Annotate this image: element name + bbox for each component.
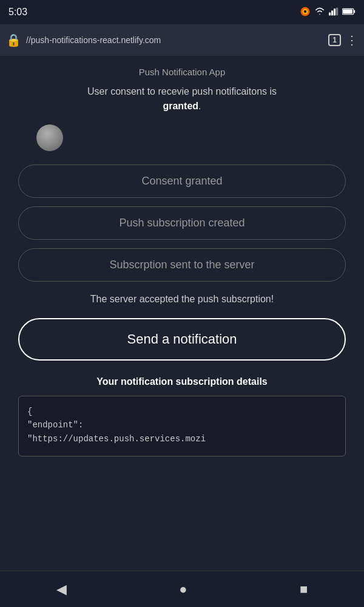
svg-rect-4 bbox=[331, 10, 333, 15]
svg-rect-8 bbox=[354, 10, 355, 13]
svg-point-2 bbox=[304, 10, 307, 13]
loading-circle bbox=[36, 124, 63, 151]
svg-rect-5 bbox=[334, 8, 335, 15]
main-content: Push Notification App User consent to re… bbox=[0, 56, 364, 571]
browser-bar: 🔒 //push-notifications-react.netlify.com… bbox=[0, 24, 364, 56]
push-subscription-btn: Push subscription created bbox=[18, 206, 346, 240]
status-time: 5:03 bbox=[8, 7, 27, 18]
nav-bar: ◀ ● ■ bbox=[0, 571, 364, 607]
wifi-icon bbox=[314, 7, 325, 18]
server-accepted-text: The server accepted the push subscrption… bbox=[90, 294, 274, 305]
svg-rect-6 bbox=[336, 7, 338, 15]
subscription-details-title: Your notification subscription details bbox=[96, 376, 268, 387]
consent-text: User consent to recevie push notificaito… bbox=[87, 84, 277, 114]
json-subscription-box: { "endpoint": "https://updates.push.serv… bbox=[18, 396, 346, 456]
lock-icon: 🔒 bbox=[6, 33, 21, 47]
consent-granted-btn: Consent granted bbox=[18, 164, 346, 198]
browser-menu-icon[interactable]: ⋮ bbox=[346, 33, 358, 47]
battery-icon bbox=[342, 7, 356, 17]
home-button[interactable]: ● bbox=[167, 575, 199, 603]
svg-rect-9 bbox=[343, 9, 352, 13]
svg-rect-3 bbox=[329, 12, 331, 15]
subscription-sent-btn: Subscrption sent to the server bbox=[18, 248, 346, 282]
url-text[interactable]: //push-notifications-react.netlify.com bbox=[26, 35, 323, 45]
tab-badge[interactable]: 1 bbox=[328, 34, 341, 46]
firefox-icon bbox=[300, 6, 311, 19]
status-bar: 5:03 bbox=[0, 0, 364, 24]
back-button[interactable]: ◀ bbox=[44, 575, 79, 603]
recent-button[interactable]: ■ bbox=[288, 575, 320, 603]
page-title-hint: Push Notification App bbox=[18, 67, 346, 77]
signal-icon bbox=[329, 7, 339, 18]
send-notification-btn[interactable]: Send a notification bbox=[18, 318, 346, 361]
status-icons bbox=[300, 6, 356, 19]
